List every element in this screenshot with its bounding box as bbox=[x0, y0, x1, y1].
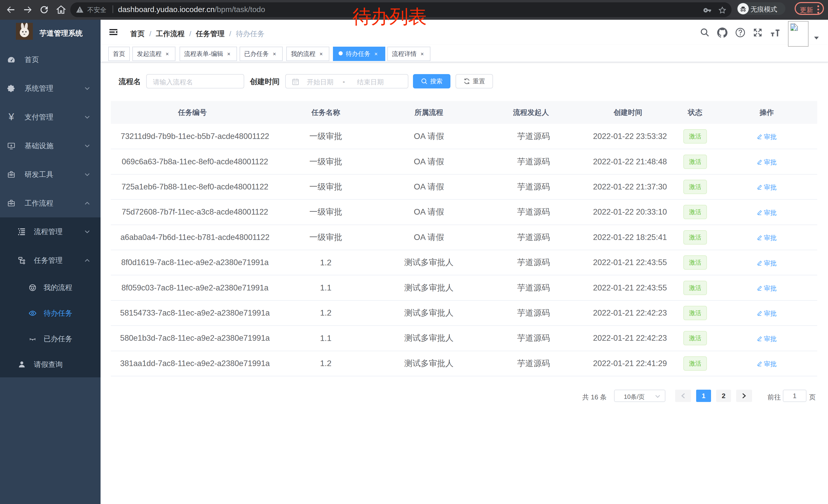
svg-text:¥: ¥ bbox=[8, 111, 14, 122]
